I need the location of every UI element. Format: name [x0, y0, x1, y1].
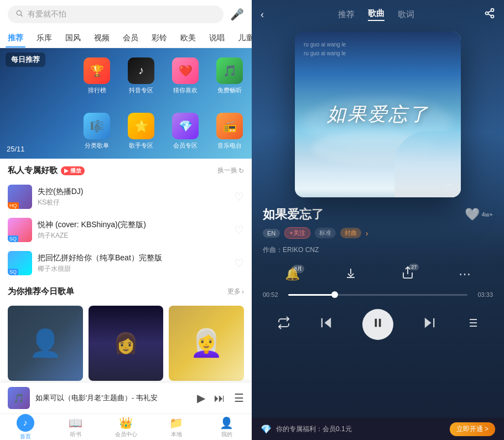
- repeat-button[interactable]: [277, 316, 290, 333]
- playlist-item-3[interactable]: 👩‍🦳: [169, 306, 244, 381]
- banner-item-category[interactable]: 🎼 分类歌单: [75, 103, 119, 159]
- banner-grid: 🏆 排行榜 ♪ 抖音专区 ❤️ 猜你喜欢 🎵 免费畅听 🎼 分类歌单 ⭐ 歌手: [75, 48, 252, 159]
- svg-point-2: [491, 9, 494, 12]
- bottom-nav-mine[interactable]: 👤 我的: [201, 416, 252, 438]
- right-tab-lyrics[interactable]: 歌词: [398, 9, 414, 20]
- playlist-button[interactable]: [465, 316, 479, 333]
- download-icon: [344, 266, 357, 282]
- playlist-item-1[interactable]: 👤: [8, 306, 83, 381]
- mini-player-thumb: 🎵: [8, 387, 30, 409]
- more-action[interactable]: 更多 ›: [227, 287, 244, 296]
- progress-track[interactable]: [288, 294, 467, 296]
- right-panel: ‹ 推荐 歌曲 歌词 ru guo ai wang le ru guo a: [252, 0, 504, 440]
- mini-list-button[interactable]: ☰: [234, 391, 244, 405]
- prev-button[interactable]: [319, 315, 334, 334]
- song-item-2[interactable]: SQ 悦神 (cover: KBShinya)(完整版) 鸽子KAZE ♡: [0, 213, 252, 247]
- album-title-cn: 如果爱忘了: [327, 102, 429, 127]
- song-detail-info: 如果爱忘了 🤍 4w+: [252, 197, 504, 227]
- share-icon[interactable]: [484, 8, 495, 22]
- banner-item-radio[interactable]: 📻 音乐电台: [207, 103, 252, 159]
- action-icons-row: 8月 🔔 27 ⋯: [252, 261, 504, 287]
- tag-seal[interactable]: 封曲: [340, 228, 361, 238]
- svg-rect-11: [375, 319, 377, 327]
- svg-line-5: [488, 14, 491, 15]
- bottom-nav-vip[interactable]: 👑 会员中心: [101, 416, 151, 438]
- banner-item-tiktok[interactable]: ♪ 抖音专区: [119, 48, 163, 103]
- album-art: ru guo ai wang le ru guo ai wang le 如果爱忘…: [295, 32, 461, 197]
- vip-cta-button[interactable]: 立即开通 >: [450, 422, 495, 436]
- play-pause-button[interactable]: [362, 309, 393, 340]
- search-icon: [15, 9, 23, 19]
- quality-badge-sq-2: SQ: [8, 235, 18, 242]
- banner-item-vip-zone[interactable]: 💎 会员专区: [163, 103, 207, 159]
- tag-follow[interactable]: +关注: [284, 227, 310, 239]
- nav-tab-western[interactable]: 欧美: [178, 29, 198, 48]
- nav-tab-guofeng[interactable]: 国风: [63, 29, 83, 48]
- playlist-item-2[interactable]: 👩: [89, 306, 164, 381]
- banner-item-rank[interactable]: 🏆 排行榜: [75, 48, 119, 103]
- heart-count-text: 4w+: [482, 211, 493, 218]
- quality-badge-hq: HQ: [8, 202, 19, 209]
- search-input-wrap[interactable]: 有爱就不怕: [8, 6, 224, 23]
- svg-marker-13: [425, 318, 432, 328]
- audiobook-icon: 📖: [69, 416, 82, 429]
- search-bar: 有爱就不怕 🎤: [0, 0, 252, 29]
- quality-badge-sq-3: SQ: [8, 269, 18, 275]
- back-button[interactable]: ‹: [261, 9, 264, 20]
- heart-icon-1[interactable]: ♡: [234, 190, 244, 203]
- action-bell[interactable]: 8月 🔔: [285, 267, 300, 281]
- mic-icon[interactable]: 🎤: [230, 8, 244, 21]
- next-button[interactable]: [422, 315, 437, 334]
- nav-tabs: 推荐 乐库 国风 视频 会员 彩铃 欧美 说唱 儿童: [0, 29, 252, 48]
- player-controls: [252, 302, 504, 347]
- progress-fill: [288, 294, 335, 296]
- heart-icon-lg: 🤍: [465, 207, 480, 222]
- svg-rect-12: [379, 319, 381, 327]
- action-download[interactable]: [344, 266, 357, 282]
- nav-tab-children[interactable]: 儿童: [236, 29, 252, 48]
- right-top-nav: ‹ 推荐 歌曲 歌词: [252, 0, 504, 26]
- right-tab-recommend[interactable]: 推荐: [338, 9, 355, 20]
- vip-diamond-icon: 💎: [261, 424, 272, 434]
- nav-tab-leku[interactable]: 乐库: [34, 29, 54, 48]
- progress-thumb[interactable]: [331, 291, 338, 298]
- action-more-dots[interactable]: ⋯: [459, 267, 471, 281]
- nav-tab-rap[interactable]: 说唱: [207, 29, 227, 48]
- heart-count-area[interactable]: 🤍 4w+: [465, 207, 493, 222]
- mine-icon: 👤: [220, 416, 233, 429]
- bottom-nav-local[interactable]: 📁 本地: [151, 416, 201, 438]
- refresh-action[interactable]: 换一换 ↻: [217, 166, 244, 175]
- nav-tab-tuijian[interactable]: 推荐: [6, 29, 25, 48]
- bottom-nav-audiobook[interactable]: 📖 听书: [50, 416, 101, 438]
- home-icon: ♪: [17, 414, 34, 432]
- banner-item-guess[interactable]: ❤️ 猜你喜欢: [163, 48, 207, 103]
- song-item-1[interactable]: HQ 失控(热播DJ) KS桩仔 ♡: [0, 180, 252, 213]
- right-nav-tabs: 推荐 歌曲 歌词: [268, 8, 484, 21]
- play-badge[interactable]: ▶ 播放: [61, 166, 85, 175]
- bottom-nav-home[interactable]: ♪ 首页: [0, 414, 50, 441]
- heart-icon-3[interactable]: ♡: [234, 256, 244, 270]
- song-item-3[interactable]: SQ 把回忆拼好给你（纯享Beat）完整版 椰子水很甜 ♡: [0, 247, 252, 280]
- mini-player-title: 如果可以（电影'月老'主题曲）- 韦礼安: [35, 393, 191, 403]
- svg-line-1: [21, 15, 23, 17]
- nav-tab-video[interactable]: 视频: [92, 29, 112, 48]
- svg-point-0: [17, 11, 21, 15]
- private-songs-header: 私人专属好歌 ▶ 播放 换一换 ↻: [0, 159, 252, 180]
- banner-area: 每日推荐 25/11 🏆 排行榜 ♪ 抖音专区 ❤️ 猜你喜欢 🎵 免费畅听 🎼: [0, 48, 252, 159]
- song-thumb-1: HQ: [8, 185, 32, 209]
- nav-tab-ringtone[interactable]: 彩铃: [149, 29, 169, 48]
- tag-standard: 标准: [315, 228, 336, 238]
- heart-icon-2[interactable]: ♡: [234, 223, 244, 237]
- tag-chevron: ›: [366, 229, 368, 238]
- right-tab-song[interactable]: 歌曲: [368, 8, 385, 21]
- banner-item-artist[interactable]: ⭐ 歌手专区: [119, 103, 163, 159]
- daily-recommend-label[interactable]: 每日推荐: [6, 53, 45, 67]
- svg-point-4: [491, 15, 494, 18]
- action-share2[interactable]: 27: [401, 266, 414, 282]
- mini-next-button[interactable]: ⏭: [214, 392, 225, 405]
- banner-item-free[interactable]: 🎵 免费畅听: [207, 48, 252, 103]
- more-dots-icon: ⋯: [459, 267, 471, 281]
- mini-play-button[interactable]: ▶: [197, 391, 205, 405]
- nav-tab-member[interactable]: 会员: [121, 29, 141, 48]
- song-thumb-2: SQ: [8, 218, 32, 242]
